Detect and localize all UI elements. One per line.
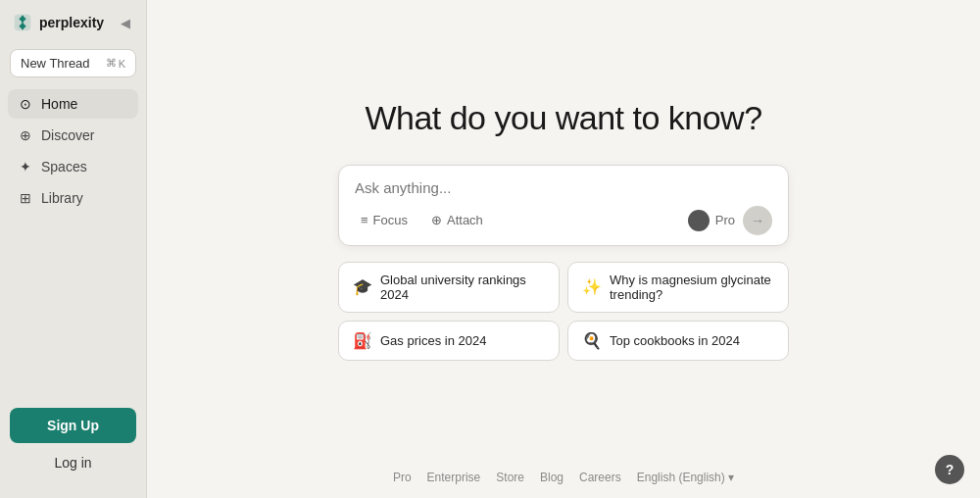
page-footer: Pro Enterprise Store Blog Careers Englis… [147, 471, 980, 484]
focus-button[interactable]: ≡ Focus [355, 209, 414, 231]
page-title: What do you want to know? [365, 99, 761, 137]
discover-icon: ⊕ [18, 127, 33, 143]
suggestion-card-2[interactable]: ✨ Why is magnesium glycinate trending? [567, 262, 789, 313]
sidebar-item-discover-label: Discover [41, 127, 94, 143]
sidebar-footer: Sign Up Log in [0, 396, 146, 486]
sidebar-header: perplexity ◀ [0, 12, 146, 43]
perplexity-logo-icon [12, 12, 33, 33]
toggle-circle [688, 210, 710, 231]
sidebar-item-library-label: Library [41, 190, 83, 206]
suggestion-card-3[interactable]: ⛽ Gas prices in 2024 [338, 321, 560, 361]
search-left-actions: ≡ Focus ⊕ Attach [355, 209, 489, 231]
suggestion-text-3: Gas prices in 2024 [380, 333, 486, 348]
focus-icon: ≡ [361, 213, 368, 227]
suggestion-card-1[interactable]: 🎓 Global university rankings 2024 [338, 262, 560, 313]
logo-area: perplexity [12, 12, 104, 33]
collapse-sidebar-button[interactable]: ◀ [117, 14, 134, 32]
pro-label: Pro [715, 213, 735, 227]
sidebar: perplexity ◀ New Thread ⌘ K ⊙ Home ⊕ Dis… [0, 0, 147, 498]
search-input[interactable] [355, 179, 772, 196]
sidebar-item-discover[interactable]: ⊕ Discover [8, 121, 138, 150]
attach-label: Attach [447, 213, 483, 227]
new-thread-shortcut: ⌘ K [106, 57, 125, 70]
sidebar-item-home[interactable]: ⊙ Home [8, 89, 138, 119]
focus-label: Focus [373, 213, 408, 227]
signup-button[interactable]: Sign Up [10, 408, 136, 443]
sidebar-item-spaces-label: Spaces [41, 159, 87, 174]
suggestion-icon-3: ⛽ [353, 331, 372, 350]
logo-text: perplexity [39, 15, 104, 30]
suggestion-text-1: Global university rankings 2024 [380, 273, 545, 302]
footer-link-careers[interactable]: Careers [579, 471, 621, 484]
new-thread-label: New Thread [21, 56, 90, 71]
suggestion-card-4[interactable]: 🍳 Top cookbooks in 2024 [567, 321, 789, 361]
sidebar-item-library[interactable]: ⊞ Library [8, 183, 138, 213]
main-content: What do you want to know? ≡ Focus ⊕ Atta… [147, 0, 980, 498]
footer-link-store[interactable]: Store [496, 471, 524, 484]
suggestion-icon-1: 🎓 [353, 277, 372, 296]
login-button[interactable]: Log in [10, 451, 136, 474]
library-icon: ⊞ [18, 190, 33, 206]
search-box: ≡ Focus ⊕ Attach Pro → [338, 165, 789, 246]
attach-button[interactable]: ⊕ Attach [425, 209, 489, 231]
suggestion-icon-2: ✨ [582, 277, 602, 296]
submit-button[interactable]: → [743, 206, 772, 235]
suggestions-grid: 🎓 Global university rankings 2024 ✨ Why … [338, 262, 789, 361]
attach-icon: ⊕ [431, 213, 442, 227]
suggestion-icon-4: 🍳 [582, 331, 602, 350]
footer-link-blog[interactable]: Blog [540, 471, 564, 484]
footer-link-language[interactable]: English (English) ▾ [637, 471, 734, 484]
spaces-icon: ✦ [18, 159, 33, 174]
suggestion-text-4: Top cookbooks in 2024 [610, 333, 740, 348]
home-icon: ⊙ [18, 96, 33, 112]
sidebar-item-home-label: Home [41, 96, 77, 112]
sidebar-item-spaces[interactable]: ✦ Spaces [8, 152, 138, 181]
help-button[interactable]: ? [935, 455, 964, 484]
new-thread-button[interactable]: New Thread ⌘ K [10, 49, 136, 77]
pro-toggle[interactable]: Pro [688, 210, 735, 231]
footer-link-pro[interactable]: Pro [393, 471, 412, 484]
footer-link-enterprise[interactable]: Enterprise [427, 471, 481, 484]
search-actions: ≡ Focus ⊕ Attach Pro → [355, 206, 772, 235]
suggestion-text-2: Why is magnesium glycinate trending? [610, 273, 774, 302]
search-right-actions: Pro → [688, 206, 772, 235]
nav-menu: ⊙ Home ⊕ Discover ✦ Spaces ⊞ Library [0, 89, 146, 213]
